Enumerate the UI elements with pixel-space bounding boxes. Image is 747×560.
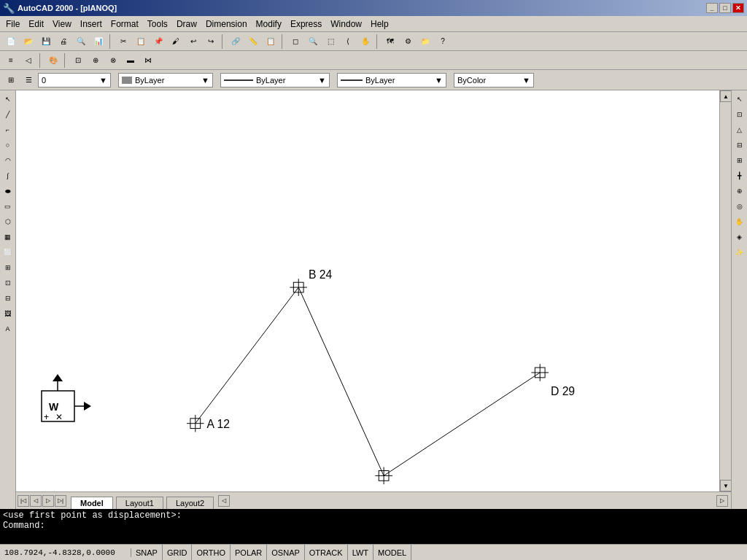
snap-status[interactable]: SNAP <box>131 545 163 560</box>
h-scroll-track[interactable] <box>230 495 716 507</box>
menu-express[interactable]: Express <box>286 18 326 31</box>
plotstyle-dropdown[interactable]: ByColor ▼ <box>454 73 534 88</box>
polar-status[interactable]: POLAR <box>231 545 267 560</box>
line-tool[interactable]: ╱ <box>1 107 15 122</box>
help-button[interactable]: ? <box>435 34 451 50</box>
list-button[interactable]: 📋 <box>263 34 279 50</box>
osnap-button[interactable]: ⊕ <box>88 52 104 69</box>
arc-tool[interactable]: ◠ <box>1 153 15 168</box>
layer-prev-button[interactable]: ◁ <box>20 52 36 69</box>
linetype-dropdown[interactable]: ByLayer ▼ <box>220 73 330 88</box>
otrack-button[interactable]: ⊗ <box>105 52 121 69</box>
menu-draw[interactable]: Draw <box>172 18 201 31</box>
spline-tool[interactable]: ∫ <box>1 168 15 183</box>
image-tool[interactable]: 🖼 <box>1 306 15 321</box>
layer-dropdown[interactable]: 0 ▼ <box>38 73 111 88</box>
cursor-tool[interactable]: ↖ <box>1 92 15 106</box>
menu-help[interactable]: Help <box>366 18 393 31</box>
tab-last-button[interactable]: ▷| <box>55 495 66 507</box>
print-button[interactable]: 🖨 <box>55 34 71 50</box>
osnap-status[interactable]: OSNAP <box>267 545 305 560</box>
scroll-left-button[interactable]: ◁ <box>218 495 230 507</box>
redo-button[interactable]: ↪ <box>203 34 219 50</box>
undo-button[interactable]: ↩ <box>185 34 201 50</box>
aerial-button[interactable]: 🗺 <box>382 34 398 50</box>
scroll-up-button[interactable]: ▲ <box>720 90 732 102</box>
layer-manager-icon[interactable]: ☰ <box>20 72 36 88</box>
lineweight-dropdown[interactable]: ByLayer ▼ <box>337 73 446 88</box>
hatch-tool[interactable]: ▦ <box>1 230 15 244</box>
ortho-status[interactable]: ORTHO <box>192 545 231 560</box>
circle-tool[interactable]: ○ <box>1 138 15 152</box>
polar-button[interactable]: ⋈ <box>140 52 156 69</box>
layers-button[interactable]: ≡ <box>3 52 19 69</box>
lwt-status[interactable]: LWT <box>348 545 374 560</box>
menu-dimension[interactable]: Dimension <box>201 18 252 31</box>
menu-view[interactable]: View <box>48 18 76 31</box>
tab-layout1[interactable]: Layout1 <box>116 497 163 509</box>
paste-button[interactable]: 📌 <box>150 34 166 50</box>
model-status[interactable]: MODEL <box>374 545 411 560</box>
region-tool[interactable]: ⬜ <box>1 245 15 260</box>
rt-zoom-tool[interactable]: △ <box>732 122 747 137</box>
hyperlink-button[interactable]: 🔗 <box>228 34 244 50</box>
rt-snap-tool[interactable]: ⊡ <box>732 107 747 122</box>
rectangle-tool[interactable]: ▭ <box>1 199 15 214</box>
select-button[interactable]: ◻ <box>287 34 303 50</box>
rt-select-tool[interactable]: ↖ <box>732 92 747 106</box>
plotter-button[interactable]: 📊 <box>90 34 107 50</box>
restore-button[interactable]: □ <box>719 3 731 13</box>
mtext-tool[interactable]: A <box>1 322 15 336</box>
scroll-right-button[interactable]: ▷ <box>716 495 728 507</box>
ellipse-tool[interactable]: ⬬ <box>1 184 15 198</box>
h-scrollbar[interactable]: ◁ ▷ <box>218 495 728 507</box>
menu-insert[interactable]: Insert <box>76 18 107 31</box>
lweight-button[interactable]: ▬ <box>123 52 139 69</box>
menu-tools[interactable]: Tools <box>143 18 172 31</box>
dist-button[interactable]: 📏 <box>245 34 261 50</box>
rt-ortho-tool[interactable]: ╋ <box>732 168 747 183</box>
new-button[interactable]: 📄 <box>3 34 19 50</box>
otrack-status[interactable]: OTRACK <box>305 545 348 560</box>
scroll-down-button[interactable]: ▼ <box>720 480 732 491</box>
rt-layer-tool[interactable]: ⊟ <box>732 138 747 152</box>
close-button[interactable]: ✕ <box>732 3 744 13</box>
zoom-realtime[interactable]: 🔍 <box>305 34 321 50</box>
tab-model[interactable]: Model <box>71 497 113 509</box>
zoom-window[interactable]: ⬚ <box>322 34 338 50</box>
polyline-tool[interactable]: ⌐ <box>1 122 15 137</box>
grid-status[interactable]: GRID <box>163 545 193 560</box>
matchprop-button[interactable]: 🖌 <box>168 34 184 50</box>
color-button[interactable]: 🎨 <box>45 52 61 69</box>
menu-edit[interactable]: Edit <box>24 18 48 31</box>
cut-button[interactable]: ✂ <box>115 34 131 50</box>
copy-button[interactable]: 📋 <box>133 34 149 50</box>
menu-format[interactable]: Format <box>107 18 143 31</box>
insert-tool[interactable]: ⊡ <box>1 276 15 290</box>
rt-osnap-tool[interactable]: ⊕ <box>732 184 747 198</box>
menu-modify[interactable]: Modify <box>252 18 286 31</box>
menu-file[interactable]: File <box>1 18 24 31</box>
designcenter-button[interactable]: 📁 <box>417 34 433 50</box>
tab-next-button[interactable]: ▷ <box>42 495 54 507</box>
properties-button[interactable]: ⚙ <box>400 34 416 50</box>
tab-prev-button[interactable]: ◁ <box>30 495 42 507</box>
menu-window[interactable]: Window <box>326 18 366 31</box>
make-object-current[interactable]: ⊞ <box>3 72 19 88</box>
save-button[interactable]: 💾 <box>38 34 54 50</box>
tab-first-button[interactable]: |◁ <box>18 495 29 507</box>
rt-pan-tool[interactable]: ✋ <box>732 214 747 229</box>
v-scroll-track[interactable] <box>720 102 731 480</box>
rt-purge-tool[interactable]: ✨ <box>732 245 747 260</box>
snap-button[interactable]: ⊡ <box>70 52 86 69</box>
color-dropdown[interactable]: ByLayer ▼ <box>118 73 213 88</box>
print-preview-button[interactable]: 🔍 <box>73 34 89 50</box>
block-tool[interactable]: ⊞ <box>1 260 15 275</box>
tab-layout2[interactable]: Layout2 <box>166 497 214 509</box>
minimize-button[interactable]: _ <box>706 3 718 13</box>
canvas-area[interactable]: A 12 B 24 <box>16 90 719 491</box>
pan-button[interactable]: ✋ <box>357 34 374 50</box>
rt-grid-tool[interactable]: ⊞ <box>732 153 747 168</box>
zoom-prev[interactable]: ⟨ <box>340 34 356 50</box>
v-scrollbar[interactable]: ▲ ▼ <box>719 90 731 491</box>
